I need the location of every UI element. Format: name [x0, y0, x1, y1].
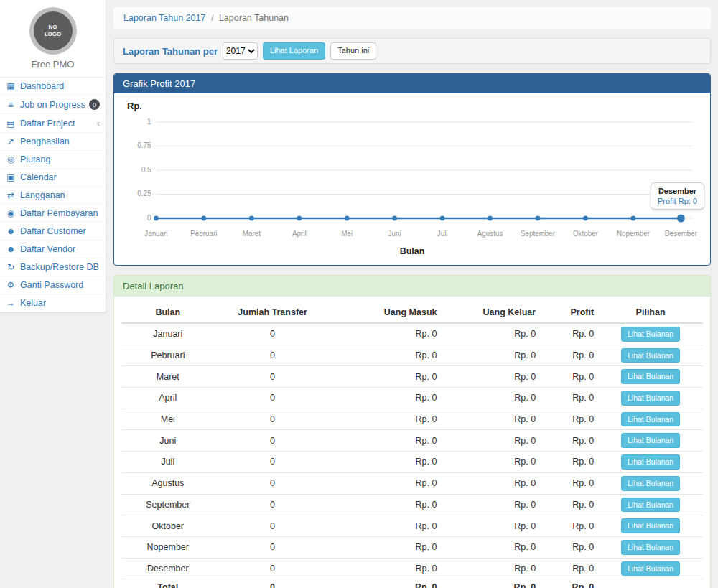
table-row: Nopember 0 Rp. 0 Rp. 0 Rp. 0 Lihat Bulan…	[121, 536, 703, 558]
sidebar-item-ganti-password[interactable]: ⚙ Ganti Password	[0, 276, 106, 294]
breadcrumb: Laporan Tahun 2017 / Laporan Tahunan	[113, 7, 711, 29]
cell-uang-keluar: Rp. 0	[441, 494, 540, 515]
lihat-bulanan-button[interactable]: Lihat Bulanan	[621, 412, 680, 427]
cell-uang-keluar: Rp. 0	[441, 345, 540, 366]
cell-uang-masuk: Rp. 0	[331, 536, 442, 558]
svg-text:September: September	[521, 230, 556, 238]
svg-text:Pebruari: Pebruari	[190, 230, 217, 238]
sidebar-menu: ▦ Dashboard ≡ Job on Progress 0 ▤ Daftar…	[0, 78, 106, 312]
filter-label: Laporan Tahunan per	[123, 46, 218, 57]
svg-text:Nopember: Nopember	[617, 230, 651, 238]
table-row: September 0 Rp. 0 Rp. 0 Rp. 0 Lihat Bula…	[121, 494, 703, 515]
lihat-bulanan-button[interactable]: Lihat Bulanan	[621, 327, 680, 342]
tahun-ini-button[interactable]: Tahun ini	[330, 42, 376, 59]
cell-uang-keluar: Rp. 0	[441, 430, 540, 452]
sidebar-item-keluar[interactable]: → Keluar	[0, 294, 106, 312]
cell-pilihan: Lihat Bulanan	[598, 452, 703, 473]
chart-icon: ↗	[6, 136, 16, 146]
menu-label: Daftar Pembayaran	[20, 208, 98, 218]
cell-profit: Rp. 0	[540, 409, 598, 430]
lihat-bulanan-button[interactable]: Lihat Bulanan	[621, 518, 680, 533]
cell-jumlah-transfer: 0	[215, 558, 331, 579]
cell-pilihan: Lihat Bulanan	[598, 558, 703, 579]
cell-profit: Rp. 0	[540, 558, 598, 579]
cell-bulan: Pebruari	[121, 345, 215, 366]
cell-jumlah-transfer: 0	[215, 452, 331, 473]
cell-uang-masuk: Rp. 0	[331, 515, 442, 537]
menu-label: Backup/Restore DB	[20, 262, 99, 272]
x-axis-title: Bulan	[121, 246, 703, 256]
menu-label: Job on Progress	[20, 100, 85, 110]
sidebar-item-daftar-customer[interactable]: ☻ Daftar Customer	[0, 223, 106, 241]
cell-pilihan: Lihat Bulanan	[598, 536, 703, 558]
svg-text:Oktober: Oktober	[573, 230, 599, 238]
table-total-row: Total 0 Rp. 0 Rp. 0 Rp. 0	[121, 579, 703, 588]
lock-icon: ⚙	[6, 280, 16, 290]
lihat-bulanan-button[interactable]: Lihat Bulanan	[621, 498, 680, 513]
cell-uang-masuk: Rp. 0	[331, 345, 442, 366]
sidebar-item-penghasilan[interactable]: ↗ Penghasilan	[0, 133, 106, 151]
cell-uang-masuk: Rp. 0	[331, 409, 442, 430]
cell-profit: Rp. 0	[540, 323, 598, 345]
cell-pilihan: Lihat Bulanan	[598, 515, 703, 537]
sidebar-item-dashboard[interactable]: ▦ Dashboard	[0, 78, 106, 95]
tooltip-title: Desember	[658, 187, 697, 195]
cell-profit: Rp. 0	[540, 494, 598, 515]
cell-pilihan: Lihat Bulanan	[598, 409, 703, 430]
cell-bulan: Juni	[121, 430, 215, 452]
cell-bulan: Oktober	[121, 515, 215, 537]
menu-label: Piutang	[20, 154, 50, 164]
sidebar-item-job-on-progress[interactable]: ≡ Job on Progress 0	[0, 95, 106, 114]
cell-jumlah-transfer: 0	[215, 472, 331, 494]
cell-uang-masuk: Rp. 0	[331, 388, 442, 409]
cell-bulan: Mei	[121, 409, 215, 430]
sidebar-item-calendar[interactable]: ▣ Calendar	[0, 169, 106, 187]
y-axis-title: Rp.	[127, 101, 703, 113]
sidebar-item-daftar-project[interactable]: ▤ Daftar Project ‹	[0, 114, 106, 133]
year-select[interactable]: 2017	[223, 42, 258, 60]
sidebar: NO LOGO Free PMO ▦ Dashboard ≡ Job on Pr…	[0, 0, 106, 313]
cell-bulan: Januari	[121, 323, 215, 345]
profit-line-chart[interactable]: 10.750.50.250JanuariPebruariMaretAprilMe…	[121, 113, 703, 246]
cell-profit: Rp. 0	[540, 366, 598, 388]
sidebar-item-piutang[interactable]: ◎ Piutang	[0, 151, 106, 169]
lihat-bulanan-button[interactable]: Lihat Bulanan	[621, 540, 680, 555]
column-header: Jumlah Transfer	[215, 302, 331, 323]
lihat-bulanan-button[interactable]: Lihat Bulanan	[621, 476, 680, 491]
total-label: Total	[121, 579, 215, 588]
menu-label: Daftar Project	[20, 118, 75, 129]
backup-icon: ↻	[6, 262, 16, 272]
main-content: Laporan Tahun 2017 / Laporan Tahunan Lap…	[106, 0, 718, 588]
svg-text:April: April	[292, 230, 307, 238]
cell-profit: Rp. 0	[540, 515, 598, 537]
cell-uang-keluar: Rp. 0	[441, 472, 540, 494]
table-row: Agustus 0 Rp. 0 Rp. 0 Rp. 0 Lihat Bulana…	[121, 472, 703, 494]
cell-uang-masuk: Rp. 0	[331, 366, 442, 388]
menu-label: Calendar	[20, 172, 57, 182]
cell-profit: Rp. 0	[540, 472, 598, 494]
lihat-laporan-button[interactable]: Lihat Laporan	[263, 42, 325, 59]
cell-uang-keluar: Rp. 0	[441, 323, 540, 345]
lihat-bulanan-button[interactable]: Lihat Bulanan	[621, 561, 680, 577]
lihat-bulanan-button[interactable]: Lihat Bulanan	[621, 369, 680, 384]
sidebar-item-langganan[interactable]: ⇄ Langganan	[0, 187, 106, 205]
lihat-bulanan-button[interactable]: Lihat Bulanan	[621, 391, 680, 406]
lihat-bulanan-button[interactable]: Lihat Bulanan	[621, 348, 680, 363]
breadcrumb-parent-link[interactable]: Laporan Tahun 2017	[123, 13, 205, 23]
sidebar-item-daftar-vendor[interactable]: ☻ Daftar Vendor	[0, 241, 106, 258]
menu-label: Dashboard	[20, 81, 64, 91]
breadcrumb-current: Laporan Tahunan	[219, 13, 289, 23]
table-icon: ▤	[6, 118, 16, 129]
column-header: Bulan	[121, 302, 215, 323]
column-header: Uang Masuk	[331, 302, 442, 323]
lihat-bulanan-button[interactable]: Lihat Bulanan	[621, 454, 680, 470]
sidebar-item-backup-restore-db[interactable]: ↻ Backup/Restore DB	[0, 258, 106, 276]
money-icon: ◎	[6, 154, 16, 164]
sidebar-item-daftar-pembayaran[interactable]: ◉ Daftar Pembayaran	[0, 205, 106, 223]
cell-pilihan: Lihat Bulanan	[598, 388, 703, 409]
lihat-bulanan-button[interactable]: Lihat Bulanan	[621, 433, 680, 448]
cell-pilihan: Lihat Bulanan	[598, 430, 703, 452]
menu-label: Keluar	[20, 298, 46, 308]
cell-pilihan: Lihat Bulanan	[598, 494, 703, 515]
cell-profit: Rp. 0	[540, 345, 598, 366]
